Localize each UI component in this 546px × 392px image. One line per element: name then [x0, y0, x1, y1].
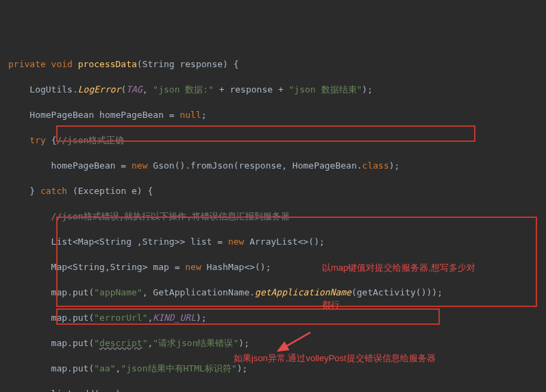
- code-line: HomePageBean homePageBean = null;: [0, 108, 546, 123]
- annotation-text: 如果json异常,通过volleyPost提交错误信息给服务器: [234, 352, 436, 365]
- code-line: homePageBean = new Gson().fromJson(respo…: [0, 158, 546, 173]
- annotation-text: 以map键值对提交给服务器,想写多少对 都行: [322, 237, 475, 323]
- arrow-icon: [273, 330, 314, 354]
- svg-line-0: [278, 332, 310, 351]
- code-line: //json格式错误,就执行以下操作,将错误信息汇报到服务器: [0, 209, 546, 224]
- code-line: try {//json格式正确: [0, 133, 546, 148]
- code-text: (String response) {: [137, 59, 239, 69]
- code-line: } catch (Exception e) {: [0, 184, 546, 199]
- method-name: processData: [73, 59, 137, 69]
- code-line: private void processData(String response…: [0, 57, 546, 72]
- code-editor[interactable]: private void processData(String response…: [0, 47, 546, 392]
- code-line: list.add(map);: [0, 387, 546, 392]
- code-line: LogUtils.LogError(TAG, "json 数据:" + resp…: [0, 82, 546, 97]
- keyword: private void: [8, 59, 73, 69]
